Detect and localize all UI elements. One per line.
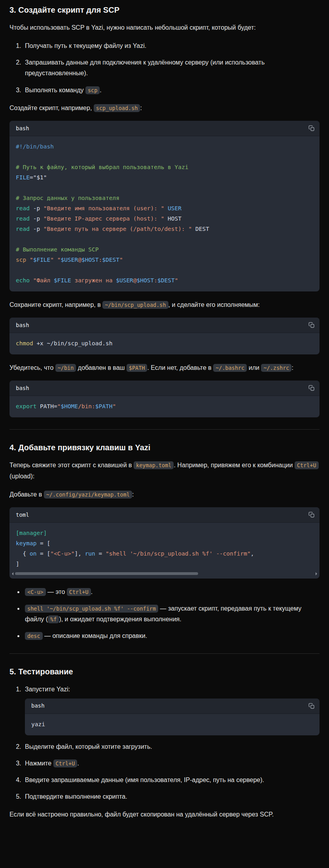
scroll-left-arrow-icon[interactable] <box>12 572 13 575</box>
copy-icon <box>308 322 315 328</box>
inline-code: scp_upload.sh <box>94 104 140 112</box>
code-line <box>16 152 313 162</box>
copy-icon <box>308 385 315 391</box>
list-item: Нажмите Ctrl+U. <box>23 758 320 769</box>
code-line: # Путь к файлу, который выбрал пользоват… <box>16 162 313 172</box>
list-item: <C-u> — это Ctrl+U. <box>24 586 320 597</box>
path-check-paragraph: Убедитесь, что ~/bin добавлен в ваш $PAT… <box>9 362 320 373</box>
copy-icon <box>308 512 315 518</box>
code-block-chmod: bash chmod +x ~/bin/scp_upload.sh <box>9 318 320 354</box>
inline-code: ~/.bashrc <box>213 364 247 372</box>
code-block-header: toml <box>9 507 320 523</box>
list-item: Запустите Yazi: bash yazi <box>23 684 320 735</box>
inline-code: ~/bin <box>55 364 76 372</box>
testing-steps-list: Запустите Yazi: bash yazi Выделите файл,… <box>9 684 320 802</box>
code-content: export PATH="$HOME/bin:$PATH" <box>9 396 320 417</box>
code-content: #!/bin/bash # Путь к файлу, который выбр… <box>9 136 320 291</box>
code-block-export-path: bash export PATH="$HOME/bin:$PATH" <box>9 381 320 417</box>
copy-code-button[interactable] <box>308 702 316 710</box>
code-line: yazi <box>31 719 313 729</box>
inline-code: Ctrl+U <box>67 588 91 596</box>
code-line: export PATH="$HOME/bin:$PATH" <box>16 401 313 411</box>
chat-page: { "colors": { "page_bg": "#0b0b0b", "bod… <box>0 0 329 868</box>
scroll-right-arrow-icon[interactable] <box>316 572 317 575</box>
code-language-label: bash <box>16 385 29 391</box>
code-block-header: bash <box>9 121 320 136</box>
code-line <box>16 234 313 244</box>
code-line: # Выполнение команды SCP <box>16 244 313 255</box>
requirements-list: Получать путь к текущему файлу из Yazi. … <box>9 40 320 95</box>
code-line <box>16 265 313 275</box>
keybinding-paragraph: Теперь свяжите этот скрипт с клавишей в … <box>9 460 320 482</box>
code-line: #!/bin/bash <box>16 141 313 152</box>
code-content: [manager]keymap = [ { on = ["<C-u>"], ru… <box>9 523 320 571</box>
copy-icon <box>308 703 315 709</box>
code-line: [manager] <box>16 528 313 538</box>
list-item: desc — описание команды для справки. <box>24 630 320 641</box>
list-item: Получать путь к текущему файлу из Yazi. <box>23 40 320 51</box>
code-block-header: bash <box>9 318 320 333</box>
code-line: ] <box>16 559 313 569</box>
code-block-header: bash <box>9 381 320 396</box>
inline-code: ~/.zshrc <box>261 364 291 372</box>
save-script-paragraph: Сохраните скрипт, например, в ~/bin/scp_… <box>9 299 320 310</box>
step-text: Запустите Yazi: <box>25 686 70 693</box>
inline-code: Ctrl+U <box>53 760 78 767</box>
code-content: chmod +x ~/bin/scp_upload.sh <box>9 333 320 354</box>
code-line <box>16 183 313 193</box>
inline-code: %f <box>48 615 59 623</box>
code-block-scp-script: bash #!/bin/bash # Путь к файлу, который… <box>9 121 320 291</box>
copy-code-button[interactable] <box>308 321 316 329</box>
add-config-paragraph: Добавьте в ~/.config/yazi/keymap.toml: <box>9 489 320 500</box>
inline-code: ~/bin/scp_upload.sh <box>102 301 168 309</box>
code-block-yazi: bash yazi <box>25 699 320 735</box>
code-line: FILE="$1" <box>16 172 313 183</box>
code-block-header: bash <box>25 699 320 714</box>
inline-code: ~/.config/yazi/keymap.toml <box>44 491 132 499</box>
section-heading-4: 4. Добавьте привязку клавиш в Yazi <box>9 442 320 453</box>
assistant-message: 3. Создайте скрипт для SCP Чтобы использ… <box>9 5 320 820</box>
create-script-paragraph: Создайте скрипт, например, scp_upload.sh… <box>9 103 320 114</box>
code-line: # Запрос данных у пользователя <box>16 193 313 203</box>
code-line: chmod +x ~/bin/scp_upload.sh <box>16 338 313 348</box>
code-line: read -p "Введите имя пользователя (user)… <box>16 203 313 213</box>
inline-code: $PATH <box>127 364 147 372</box>
list-item: shell '~/bin/scp_upload.sh %f' --confirm… <box>24 603 320 624</box>
inline-code: keymap.toml <box>134 461 174 469</box>
list-item: Подтвердите выполнение скрипта. <box>23 791 320 802</box>
copy-code-button[interactable] <box>308 124 316 132</box>
code-line: echo "Файл $FILE загружен на $USER@$HOST… <box>16 275 313 286</box>
section-heading-5: 5. Тестирование <box>9 666 320 677</box>
section-divider <box>9 429 320 430</box>
inline-code: shell '~/bin/scp_upload.sh %f' --confirm <box>25 605 158 613</box>
copy-code-button[interactable] <box>308 384 316 392</box>
inline-code: <C-u> <box>25 588 46 596</box>
code-line: scp "$FILE" "$USER@$HOST:$DEST" <box>16 255 313 265</box>
code-block-keymap-toml: toml [manager]keymap = [ { on = ["<C-u>"… <box>9 507 320 579</box>
code-language-label: bash <box>16 322 29 328</box>
code-line: read -p "Введите путь на сервере (/path/… <box>16 224 313 234</box>
horizontal-scrollbar[interactable] <box>12 571 317 576</box>
scrollbar-thumb[interactable] <box>15 572 198 575</box>
code-language-label: toml <box>16 512 29 518</box>
intro-paragraph: Чтобы использовать SCP в Yazi, нужно нап… <box>9 22 320 33</box>
inline-code: desc <box>25 632 43 640</box>
list-item: Выделите файл, который хотите загрузить. <box>23 741 320 752</box>
code-line: { on = ["<C-u>"], run = "shell '~/bin/sc… <box>16 548 313 559</box>
inline-code: scp <box>85 86 100 94</box>
code-language-label: bash <box>31 701 45 711</box>
code-line: keymap = [ <box>16 538 313 548</box>
code-line: read -p "Введите IP-адрес сервера (host)… <box>16 213 313 224</box>
list-item: Выполнять команду scp. <box>23 85 320 95</box>
inline-code: Ctrl+U <box>295 461 319 469</box>
section-divider <box>9 653 320 654</box>
explanation-list: <C-u> — это Ctrl+U. shell '~/bin/scp_upl… <box>9 586 320 641</box>
copy-icon <box>308 125 315 131</box>
section-heading-3: 3. Создайте скрипт для SCP <box>9 5 320 15</box>
closing-paragraph: Если всё настроено правильно, файл будет… <box>9 809 320 820</box>
list-item: Введите запрашиваемые данные (имя пользо… <box>23 775 320 785</box>
copy-code-button[interactable] <box>308 511 316 519</box>
list-item: Запрашивать данные для подключения к уда… <box>23 57 320 78</box>
code-language-label: bash <box>16 125 29 131</box>
code-content: yazi <box>25 714 320 735</box>
